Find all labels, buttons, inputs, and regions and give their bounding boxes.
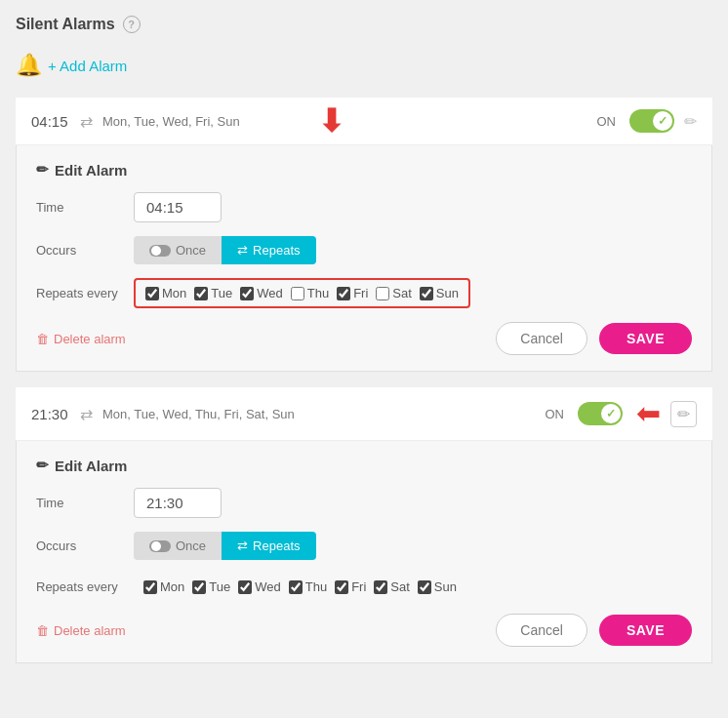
- alarm2-day-sat-label: Sat: [390, 579, 410, 594]
- alarm1-cancel-button[interactable]: Cancel: [496, 322, 587, 355]
- alarm2-day-thu-check[interactable]: [289, 580, 303, 594]
- alarm1-day-sun-check[interactable]: [420, 287, 433, 300]
- alarm1-time-row: Time: [36, 192, 692, 222]
- alarm1-time: 04:15: [31, 113, 70, 130]
- alarm1-save-button[interactable]: SAVE: [599, 323, 692, 354]
- alarm2-delete-label: Delete alarm: [54, 623, 126, 638]
- alarm1-day-wed-label: Wed: [257, 286, 283, 300]
- alarm2-days: Mon, Tue, Wed, Thu, Fri, Sat, Sun: [102, 407, 536, 421]
- alarm2-toggle[interactable]: [578, 402, 623, 425]
- alarm2-once-label: Once: [176, 538, 206, 553]
- alarm1-day-sat-label: Sat: [392, 286, 412, 300]
- alarm1-repeats-label: Repeats: [253, 243, 300, 258]
- alarm1-cancel-label: Cancel: [520, 331, 563, 346]
- alarm1-day-thu-check[interactable]: [291, 287, 304, 300]
- alarm2-day-wed: Wed: [238, 579, 281, 594]
- repeats2-icon: ⇄: [237, 538, 248, 553]
- add-alarm-button[interactable]: 🔔 + Add Alarm: [16, 49, 127, 82]
- alarm2-day-tue-check[interactable]: [192, 580, 206, 594]
- alarm2-day-thu: Thu: [289, 579, 327, 594]
- alarm1-repeat-icon: ⇄: [80, 112, 93, 131]
- alarm2-cancel-label: Cancel: [520, 622, 563, 638]
- alarm2-time: 21:30: [31, 406, 70, 422]
- alarm2-edit-panel: ✏ Edit Alarm Time Occurs Once ⇄ Re: [16, 441, 712, 663]
- repeats-icon: ⇄: [237, 243, 248, 258]
- alarm1-day-tue-check[interactable]: [194, 287, 208, 300]
- alarm1-toggle[interactable]: [629, 109, 674, 133]
- alarm1-edit-panel: ✏ Edit Alarm Time Occurs Once ⇄ Re: [16, 145, 712, 372]
- alarm2-occurs-label: Occurs: [36, 538, 124, 553]
- arrow-left-icon: ⬅: [636, 399, 661, 428]
- alarm2-delete-button[interactable]: 🗑 Delete alarm: [36, 623, 126, 638]
- once-toggle-icon: [149, 245, 171, 257]
- pencil2-icon: ✏: [36, 457, 49, 474]
- add-alarm-label: + Add Alarm: [48, 58, 127, 74]
- alarm1-day-thu: Thu: [291, 286, 329, 300]
- alarm2-save-label: SAVE: [627, 622, 665, 638]
- alarm1-day-thu-label: Thu: [307, 286, 329, 300]
- alarm2-day-sat: Sat: [374, 579, 410, 594]
- alarm2-day-sun-label: Sun: [434, 579, 457, 594]
- alarm2-on-label: ON: [546, 407, 565, 421]
- page-title-row: Silent Alarms ?: [16, 16, 712, 33]
- once2-toggle-icon: [149, 540, 171, 552]
- alarm1-edit-button[interactable]: ✏: [684, 112, 697, 131]
- alarm2-time-input[interactable]: [134, 488, 222, 518]
- alarm1-day-sun-label: Sun: [436, 286, 459, 300]
- alarm1-save-label: SAVE: [627, 331, 665, 346]
- alarm1-edit-title: ✏ Edit Alarm: [36, 161, 692, 179]
- alarm1-day-fri-label: Fri: [353, 286, 368, 300]
- alarm2-action-row: 🗑 Delete alarm Cancel SAVE: [36, 614, 692, 647]
- alarm2-edit-title: ✏ Edit Alarm: [36, 457, 692, 474]
- alarm1-repeats-label: Repeats every: [36, 286, 124, 300]
- alarm1-edit-title-text: Edit Alarm: [55, 162, 127, 179]
- alarm1-action-row: 🗑 Delete alarm Cancel SAVE: [36, 322, 692, 355]
- alarm1-day-wed-check[interactable]: [240, 287, 254, 300]
- alarm1-section: 04:15 ⇄ Mon, Tue, Wed, Fri, Sun ON ✏ ⬇ ✏…: [16, 98, 712, 372]
- alarm1-days: Mon, Tue, Wed, Fri, Sun: [102, 114, 587, 129]
- page-title: Silent Alarms: [16, 16, 115, 33]
- trash-icon: 🗑: [36, 332, 49, 346]
- alarm2-once-button[interactable]: Once: [134, 532, 222, 560]
- alarm1-toggle-knob: [653, 111, 672, 131]
- alarm1-once-button[interactable]: Once: [134, 236, 222, 264]
- alarm2-row: 21:30 ⇄ Mon, Tue, Wed, Thu, Fri, Sat, Su…: [16, 387, 712, 441]
- alarm1-row: 04:15 ⇄ Mon, Tue, Wed, Fri, Sun ON ✏: [16, 98, 712, 145]
- alarm2-day-sun: Sun: [418, 579, 457, 594]
- alarm2-toggle-knob: [601, 404, 621, 423]
- alarm2-day-fri-check[interactable]: [335, 580, 348, 594]
- alarm2-edit-title-text: Edit Alarm: [55, 458, 127, 474]
- alarm2-repeats-label: Repeats: [253, 538, 300, 553]
- alarm2-time-row: Time: [36, 488, 692, 518]
- pencil-icon: ✏: [36, 161, 49, 179]
- alarm1-day-fri-check[interactable]: [337, 287, 350, 300]
- alarm1-repeats-row: Repeats every Mon Tue Wed: [36, 278, 692, 308]
- alarm2-repeat-icon: ⇄: [80, 405, 93, 423]
- alarm2-cancel-button[interactable]: Cancel: [496, 614, 587, 647]
- alarm1-delete-label: Delete alarm: [54, 332, 126, 346]
- alarm2-day-mon: Mon: [143, 579, 184, 594]
- alarm1-day-sat: Sat: [376, 286, 412, 300]
- alarm2-repeats-row: Repeats every Mon Tue Wed: [36, 574, 692, 600]
- alarm2-occurs-buttons: Once ⇄ Repeats: [134, 532, 316, 560]
- alarm1-day-mon-check[interactable]: [145, 287, 159, 300]
- alarm1-day-mon-label: Mon: [162, 286, 186, 300]
- alarm1-day-sat-check[interactable]: [376, 287, 389, 300]
- alarm1-delete-button[interactable]: 🗑 Delete alarm: [36, 332, 126, 346]
- alarm2-days-row: Mon Tue Wed Thu: [134, 574, 466, 600]
- alarm2-edit-button[interactable]: ✏: [670, 401, 697, 427]
- alarm1-repeats-button[interactable]: ⇄ Repeats: [222, 236, 315, 264]
- alarm2-repeats-button[interactable]: ⇄ Repeats: [222, 532, 315, 560]
- alarm2-day-sat-check[interactable]: [374, 580, 387, 594]
- alarm2-day-sun-check[interactable]: [418, 580, 431, 594]
- alarm2-day-fri-label: Fri: [351, 579, 366, 594]
- alarm2-day-wed-check[interactable]: [238, 580, 252, 594]
- alarm2-repeats-label: Repeats every: [36, 579, 124, 594]
- alarm1-time-input[interactable]: [134, 192, 222, 222]
- alarm2-day-fri: Fri: [335, 579, 366, 594]
- alarm2-day-mon-check[interactable]: [143, 580, 157, 594]
- help-icon[interactable]: ?: [123, 16, 141, 33]
- alarm2-save-button[interactable]: SAVE: [599, 615, 692, 646]
- alarm2-occurs-row: Occurs Once ⇄ Repeats: [36, 532, 692, 560]
- page: Silent Alarms ? 🔔 + Add Alarm 04:15 ⇄ Mo…: [0, 0, 728, 695]
